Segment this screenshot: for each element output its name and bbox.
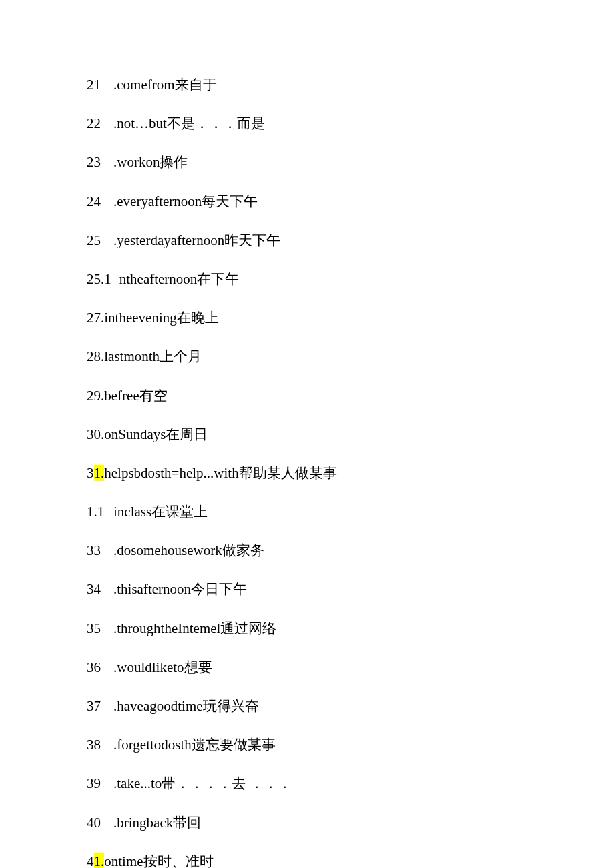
text-line: 40.bringback带回 <box>87 815 527 831</box>
text-line: 36.wouldliketo想要 <box>87 659 527 676</box>
line-number: 36 <box>87 659 105 676</box>
text-line: 22.not…but不是．．．而是 <box>87 115 527 132</box>
line-text: .comefrom来自于 <box>113 77 217 93</box>
text-line: 24.everyafternoon每天下午 <box>87 193 527 210</box>
highlighted-text: 1. <box>94 465 105 481</box>
text-line: 37.haveagoodtime玩得兴奋 <box>87 698 527 715</box>
text-line: 35.throughtheIntemel通过网络 <box>87 620 527 637</box>
line-text-pre: 30.onSundays在周日 <box>87 426 208 442</box>
line-number: 22 <box>87 115 105 132</box>
highlighted-text: 1. <box>94 853 105 868</box>
text-line: 25.1ntheafternoon在下午 <box>87 271 527 288</box>
text-line: 39.take...to带．．．．去 ．．． <box>87 775 527 792</box>
line-text: .yesterdayafternoon昨天下午 <box>113 232 280 248</box>
text-line: 30.onSundays在周日 <box>87 426 527 443</box>
line-text-pre: 27.intheevening在晚上 <box>87 310 219 326</box>
text-line: 29.befree有空 <box>87 388 527 404</box>
line-text-pre: 4 <box>87 853 94 868</box>
line-number: 33 <box>87 542 105 559</box>
document-page: 21.comefrom来自于22.not…but不是．．．而是23.workon… <box>0 0 614 868</box>
line-text: .wouldliketo想要 <box>113 659 212 675</box>
text-line: 41.ontime按时、准时 <box>87 853 527 868</box>
text-line: 21.comefrom来自于 <box>87 77 527 93</box>
line-text: inclass在课堂上 <box>113 504 208 520</box>
text-line: 33.dosomehousework做家务 <box>87 542 527 559</box>
line-text: helpsbdosth=help...with帮助某人做某事 <box>104 465 336 481</box>
line-text-pre: 29.befree有空 <box>87 388 168 404</box>
line-text-pre: 3 <box>87 465 94 481</box>
text-line: 27.intheevening在晚上 <box>87 310 527 326</box>
line-text: .dosomehousework做家务 <box>113 542 264 558</box>
line-number: 25 <box>87 232 105 249</box>
text-line: 28.lastmonth上个月 <box>87 348 527 365</box>
line-text: .thisafternoon今日下午 <box>113 581 247 597</box>
line-text: .not…but不是．．．而是 <box>113 115 265 131</box>
line-text: ontime按时、准时 <box>104 853 213 868</box>
text-line: 34.thisafternoon今日下午 <box>87 581 527 598</box>
line-number: 23 <box>87 154 105 171</box>
line-number: 38 <box>87 737 105 753</box>
text-line: 38.forgettodosth遗忘要做某事 <box>87 737 527 753</box>
text-line: 1.1inclass在课堂上 <box>87 504 527 520</box>
line-number: 21 <box>87 77 105 93</box>
line-text: .haveagoodtime玩得兴奋 <box>113 698 259 714</box>
line-text: .bringback带回 <box>113 815 201 831</box>
line-text: .workon操作 <box>113 154 188 170</box>
text-line: 31.helpsbdosth=help...with帮助某人做某事 <box>87 465 527 482</box>
line-text: .throughtheIntemel通过网络 <box>113 620 276 636</box>
line-text: .everyafternoon每天下午 <box>113 193 258 209</box>
line-number: 25.1 <box>87 271 111 288</box>
line-number: 35 <box>87 620 105 637</box>
line-number: 37 <box>87 698 105 715</box>
lines-container: 21.comefrom来自于22.not…but不是．．．而是23.workon… <box>87 77 527 868</box>
line-text-pre: 28.lastmonth上个月 <box>87 348 202 364</box>
line-number: 39 <box>87 775 105 792</box>
line-text: .forgettodosth遗忘要做某事 <box>113 737 276 753</box>
line-number: 34 <box>87 581 105 598</box>
line-number: 1.1 <box>87 504 105 520</box>
line-number: 24 <box>87 193 105 210</box>
line-number: 40 <box>87 815 105 831</box>
line-text: ntheafternoon在下午 <box>119 271 240 287</box>
line-text: .take...to带．．．．去 ．．． <box>113 775 292 791</box>
text-line: 23.workon操作 <box>87 154 527 171</box>
text-line: 25.yesterdayafternoon昨天下午 <box>87 232 527 249</box>
